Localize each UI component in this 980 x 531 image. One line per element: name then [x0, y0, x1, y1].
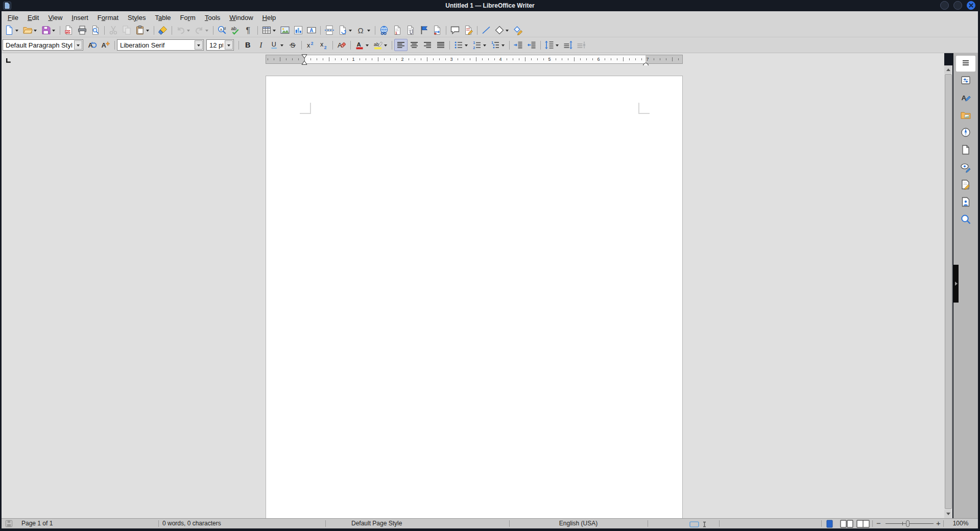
spelling-button[interactable]: ab: [229, 24, 242, 36]
underline-button[interactable]: U: [268, 39, 286, 51]
undo-dropdown-arrow-icon[interactable]: [186, 25, 191, 35]
sidebar-tab-page[interactable]: [956, 143, 975, 158]
sidebar-toggle-grip[interactable]: [953, 265, 959, 303]
paragraph-style-combobox[interactable]: Default Paragraph Style: [3, 39, 83, 51]
sidebar-tab-gallery[interactable]: [956, 108, 975, 124]
superscript-button[interactable]: x2: [304, 39, 317, 51]
insert-bookmark-button[interactable]: [417, 24, 431, 36]
insert-cross-reference-button[interactable]: [431, 24, 444, 36]
paste-button[interactable]: [133, 24, 152, 36]
menu-view[interactable]: View: [43, 12, 67, 23]
outline-format-button[interactable]: 1: [489, 39, 507, 51]
show-draw-functions-button[interactable]: [511, 24, 524, 36]
align-right-button[interactable]: [421, 39, 434, 51]
font-size-dropdown-button[interactable]: [225, 40, 233, 50]
insert-field-dropdown-arrow-icon[interactable]: [348, 25, 353, 35]
redo-dropdown-arrow-icon[interactable]: [204, 25, 209, 35]
undo-button[interactable]: [174, 24, 193, 36]
zoom-slider-track[interactable]: [886, 523, 934, 524]
clear-formatting-button[interactable]: A: [335, 39, 348, 51]
sidebar-tab-sidebar-settings[interactable]: [956, 56, 975, 72]
open-button[interactable]: [21, 24, 39, 36]
italic-button[interactable]: I: [254, 39, 268, 51]
minimize-button[interactable]: [940, 1, 949, 10]
paragraph-style-dropdown-button[interactable]: [74, 40, 82, 50]
menu-format[interactable]: Format: [93, 12, 123, 23]
cut-button[interactable]: [107, 24, 120, 36]
track-changes-button[interactable]: [462, 24, 475, 36]
decrease-indent-button[interactable]: [525, 39, 538, 51]
scroll-up-button[interactable]: [944, 65, 952, 74]
increase-paragraph-spacing-button[interactable]: [561, 39, 575, 51]
menu-form[interactable]: Form: [176, 12, 200, 23]
subscript-button[interactable]: x2: [317, 39, 330, 51]
font-name-value[interactable]: Liberation Serif: [117, 41, 193, 49]
align-left-button[interactable]: [394, 39, 408, 51]
font-name-dropdown-button[interactable]: [195, 40, 203, 50]
scroll-down-button[interactable]: [944, 510, 952, 518]
menu-insert[interactable]: Insert: [67, 12, 93, 23]
print-button[interactable]: [76, 24, 89, 36]
close-button[interactable]: [967, 1, 975, 10]
align-center-button[interactable]: [408, 39, 421, 51]
update-style-button[interactable]: A: [86, 39, 99, 51]
titlebar[interactable]: Untitled 1 — LibreOffice Writer: [0, 0, 980, 11]
decrease-paragraph-spacing-button[interactable]: [575, 39, 588, 51]
insert-image-button[interactable]: [278, 24, 292, 36]
horizontal-ruler[interactable]: 1234567: [266, 55, 683, 64]
print-preview-button[interactable]: [89, 24, 102, 36]
menu-styles[interactable]: Styles: [123, 12, 150, 23]
menu-table[interactable]: Table: [150, 12, 175, 23]
insert-page-break-button[interactable]: [323, 24, 336, 36]
menu-file[interactable]: File: [3, 12, 23, 23]
justified-button[interactable]: [434, 39, 447, 51]
page-style-field[interactable]: Default Page Style: [351, 519, 402, 528]
paragraph-style-value[interactable]: Default Paragraph Style: [3, 41, 73, 49]
menu-window[interactable]: Window: [225, 12, 257, 23]
basic-shapes-dropdown-arrow-icon[interactable]: [505, 25, 510, 35]
underline-dropdown-arrow-icon[interactable]: [279, 40, 284, 50]
save-button[interactable]: [39, 24, 58, 36]
vertical-scrollbar[interactable]: [944, 65, 952, 518]
insert-table-button[interactable]: [260, 24, 278, 36]
font-color-dropdown-arrow-icon[interactable]: [365, 40, 370, 50]
highlighting-color-dropdown-arrow-icon[interactable]: [383, 40, 388, 50]
export-as-pdf-button[interactable]: PDF: [62, 24, 76, 36]
new-document-dropdown-arrow-icon[interactable]: [14, 25, 19, 35]
new-style-button[interactable]: A: [99, 39, 112, 51]
line-spacing-dropdown-arrow-icon[interactable]: [555, 40, 560, 50]
save-dropdown-arrow-icon[interactable]: [51, 25, 56, 35]
open-dropdown-arrow-icon[interactable]: [33, 25, 38, 35]
tab-stop-selector[interactable]: [6, 56, 11, 65]
insert-footnote-button[interactable]: 1: [391, 24, 404, 36]
menu-help[interactable]: Help: [258, 12, 281, 23]
outline-format-dropdown-arrow-icon[interactable]: [500, 40, 506, 50]
clone-formatting-button[interactable]: [156, 24, 170, 36]
unordered-list-dropdown-arrow-icon[interactable]: [464, 40, 469, 50]
copy-button[interactable]: [120, 24, 133, 36]
new-document-button[interactable]: [3, 24, 21, 36]
basic-shapes-button[interactable]: [493, 24, 511, 36]
insert-chart-button[interactable]: [292, 24, 305, 36]
sidebar-tab-manage-changes[interactable]: [956, 177, 975, 193]
insert-hyperlink-button[interactable]: [377, 24, 391, 36]
sidebar-tab-navigator[interactable]: [956, 125, 975, 141]
ordered-list-button[interactable]: 12: [470, 39, 489, 51]
font-size-value[interactable]: 12 pt: [207, 41, 223, 49]
maximize-button[interactable]: [953, 1, 962, 10]
page-number-field[interactable]: Page 1 of 1: [21, 519, 53, 528]
ordered-list-dropdown-arrow-icon[interactable]: [482, 40, 487, 50]
unordered-list-button[interactable]: [452, 39, 470, 51]
bold-button[interactable]: B: [241, 39, 254, 51]
sidebar-tab-styles[interactable]: A: [956, 90, 975, 106]
insert-special-character-button[interactable]: Ω: [354, 24, 373, 36]
menu-edit[interactable]: Edit: [23, 12, 43, 23]
word-count-field[interactable]: 0 words, 0 characters: [162, 519, 221, 528]
insert-text-box-button[interactable]: A: [305, 24, 318, 36]
insert-special-character-dropdown-arrow-icon[interactable]: [366, 25, 371, 35]
font-color-button[interactable]: A: [353, 39, 371, 51]
zoom-level-field[interactable]: 100%: [945, 519, 976, 528]
insert-endnote-button[interactable]: [404, 24, 417, 36]
insert-table-dropdown-arrow-icon[interactable]: [272, 25, 277, 35]
sidebar-tab-properties[interactable]: [956, 73, 975, 89]
